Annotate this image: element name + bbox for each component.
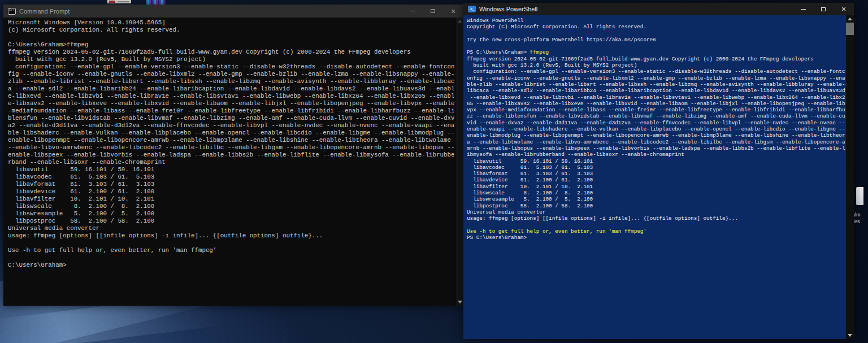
terminal-line: libavfilter 10. 2.101 / 10. 2.101: [467, 184, 845, 190]
terminal-line: configuration: --enable-gpl --enable-ver…: [467, 68, 845, 75]
terminal-line: zlib --enable-librist --enable-libsrt --…: [8, 78, 454, 85]
terminal-line: built with gcc 13.2.0 (Rev5, Built by MS…: [467, 62, 845, 68]
command-prompt-window: C:\_ Command Prompt × Microsoft Windows …: [3, 5, 463, 306]
ps-window-controls: ×: [793, 3, 854, 15]
ps-scroll-down-button[interactable]: [846, 332, 854, 338]
terminal-line: ibmysofa --enable-librubberband --enable…: [467, 151, 845, 158]
maximize-icon: [431, 9, 435, 13]
cmd-scroll-down-button[interactable]: [456, 298, 463, 305]
cmd-icon-glyph: C:\_: [8, 8, 16, 12]
scroll-up-icon: [848, 18, 852, 20]
terminal-line: libswscale 8. 2.100 / 8. 2.100: [467, 190, 845, 196]
fragment-red-mark: [109, 1, 115, 3]
terminal-line: C:\Users\Graham>ffmpeg: [8, 41, 454, 49]
terminal-line: Universal media converter: [8, 225, 454, 232]
terminal-line: [467, 43, 845, 49]
cmd-titlebar[interactable]: C:\_ Command Prompt ×: [3, 5, 463, 18]
terminal-line: libavfilter 10. 2.101 / 10. 2.101: [8, 196, 454, 203]
cmd-maximize-button[interactable]: [423, 5, 443, 18]
cmd-scrollbar[interactable]: [456, 18, 463, 306]
cmd-icon: C:\_: [8, 8, 16, 15]
cmd-minimize-button[interactable]: [402, 5, 423, 18]
terminal-line: built with gcc 13.2.0 (Rev5, Built by MS…: [8, 56, 454, 63]
terminal-line: mrnb --enable-libopus --enable-libspeex …: [467, 145, 845, 151]
ps-window-title: Windows PowerShell: [479, 6, 537, 12]
terminal-line: libavdevice 61. 2.100 / 61. 2.100: [467, 177, 845, 183]
terminal-line: enable-libmodplug --enable-libopenmpt --…: [467, 132, 845, 138]
ps-scroll-up-button[interactable]: [846, 15, 854, 22]
terminal-line: ffmpeg version 2024-05-02-git-71669f2ad5…: [8, 49, 454, 56]
terminal-line: (c) Microsoft Corporation. All rights re…: [8, 27, 454, 34]
terminal-line: [8, 240, 454, 247]
terminal-line: libavcodec 61. 5.103 / 61. 5.103: [8, 173, 454, 181]
close-icon: ×: [841, 5, 846, 13]
terminal-line: Use -h to get full help or, even better,…: [8, 247, 454, 254]
terminal-line: libpostproc 58. 2.100 / 58. 2.100: [467, 203, 845, 209]
terminal-line: blensfun --enable-libvidstab --enable-li…: [8, 115, 454, 122]
powershell-icon-glyph: >_: [470, 7, 474, 11]
scroll-down-icon: [458, 301, 462, 303]
terminal-line: C:\Users\Graham>: [8, 262, 454, 269]
terminal-line: Copyright (C) Microsoft Corporation. All…: [467, 24, 845, 30]
terminal-line: libavutil 59. 16.101 / 59. 16.101: [467, 158, 845, 164]
terminal-line: ble-zlib --enable-librist --enable-libsr…: [467, 81, 845, 88]
desktop-file-icon[interactable]: [856, 187, 863, 205]
terminal-line: libavformat 61. 3.103 / 61. 3.103: [467, 171, 845, 177]
terminal-line: libcaca --enable-sdl2 --enable-libaribb2…: [467, 88, 845, 94]
terminal-line: Universal media converter: [467, 209, 845, 215]
desktop-icon-label-line2[interactable]: iles: [852, 219, 868, 225]
terminal-line: --enable-libvo-amrwbenc --enable-libcode…: [8, 144, 454, 151]
fragment-gray-mark: [118, 1, 129, 2]
cmd-close-button[interactable]: ×: [443, 5, 463, 18]
terminal-line: enable-libspeex --enable-libvorbis --ena…: [8, 151, 454, 159]
terminal-line: zz --enable-liblensfun --enable-libvidst…: [467, 113, 845, 119]
terminal-line: PS C:\Users\Graham> ffmpeg: [467, 49, 845, 55]
terminal-line: [8, 34, 454, 41]
terminal-line: e-libxavs2 --enable-libxeve --enable-lib…: [8, 100, 454, 107]
scroll-down-icon: [848, 334, 852, 337]
terminal-line: libpostproc 58. 2.100 / 58. 2.100: [8, 218, 454, 225]
terminal-line: libavcodec 61. 5.103 / 61. 5.103: [467, 164, 845, 171]
terminal-line: 65 --enable-libxavs2 --enable-libxeve --…: [467, 101, 845, 107]
terminal-line: enable-libopenmpt --enable-libopencore-a…: [8, 137, 454, 144]
cmd-window-controls: ×: [402, 5, 463, 18]
terminal-line: [467, 222, 845, 228]
terminal-line: --enable-libxevd --enable-libzvbi --enab…: [467, 94, 845, 101]
cmd-console-body[interactable]: Microsoft Windows [Version 10.0.19045.59…: [3, 18, 463, 306]
terminal-line: usage: ffmpeg [options] [[infile options…: [8, 232, 454, 240]
terminal-line: ffmpeg version 2024-05-02-git-71669f2ad5…: [467, 56, 845, 62]
terminal-line: enable-vaapi --enable-libshaderc --enabl…: [467, 126, 845, 132]
ps-scrollbar[interactable]: [846, 15, 854, 339]
ps-minimize-button[interactable]: [793, 3, 813, 15]
terminal-line: [8, 254, 454, 262]
terminal-line: ble-libshaderc --enable-vulkan --enable-…: [8, 129, 454, 137]
terminal-line: Use -h to get full help or, even better,…: [467, 228, 845, 235]
terminal-line: a2 --enable-d3d11va --enable-d3d12va --e…: [8, 122, 454, 129]
minimize-icon: [801, 9, 806, 10]
ps-console-body[interactable]: Windows PowerShellCopyright (C) Microsof…: [463, 15, 854, 339]
terminal-line: rband --enable-libsoxr --enable-chromapr…: [8, 159, 454, 166]
terminal-line: configuration: --enable-gpl --enable-ver…: [8, 63, 454, 71]
ps-titlebar[interactable]: >_ Windows PowerShell ×: [463, 3, 854, 15]
cmd-window-title: Command Prompt: [19, 8, 70, 15]
terminal-line: usage: ffmpeg [options] [[infile options…: [467, 215, 845, 222]
scroll-up-icon: [458, 20, 462, 23]
desktop-icon-label-line1[interactable]: alm: [852, 212, 868, 218]
terminal-line: Microsoft Windows [Version 10.0.19045.59…: [8, 19, 454, 27]
terminal-line: onfig --enable-iconv --enable-gnutls --e…: [467, 75, 845, 81]
maximize-icon: [821, 7, 826, 11]
ps-scrollbar-thumb[interactable]: [846, 23, 854, 35]
terminal-line: Windows PowerShell: [467, 18, 845, 24]
colorful-strip-fragment: [146, 0, 166, 5]
ps-close-button[interactable]: ×: [834, 3, 854, 15]
terminal-line: libavdevice 61. 2.100 / 61. 2.100: [8, 188, 454, 196]
minimize-icon: [410, 11, 415, 11]
ps-maximize-button[interactable]: [813, 3, 834, 15]
terminal-line: libswresample 5. 2.100 / 5. 2.100: [8, 210, 454, 218]
terminal-line: a --enable-libtwolame --enable-libvo-amr…: [467, 139, 845, 145]
terminal-line: libavformat 61. 3.103 / 61. 3.103: [8, 181, 454, 188]
powershell-window: >_ Windows PowerShell × Windows PowerShe…: [463, 3, 854, 339]
terminal-line: libswscale 8. 2.100 / 8. 2.100: [8, 203, 454, 210]
cmd-scroll-up-button[interactable]: [456, 18, 463, 24]
terminal-line: PS C:\Users\Graham>: [467, 235, 845, 241]
